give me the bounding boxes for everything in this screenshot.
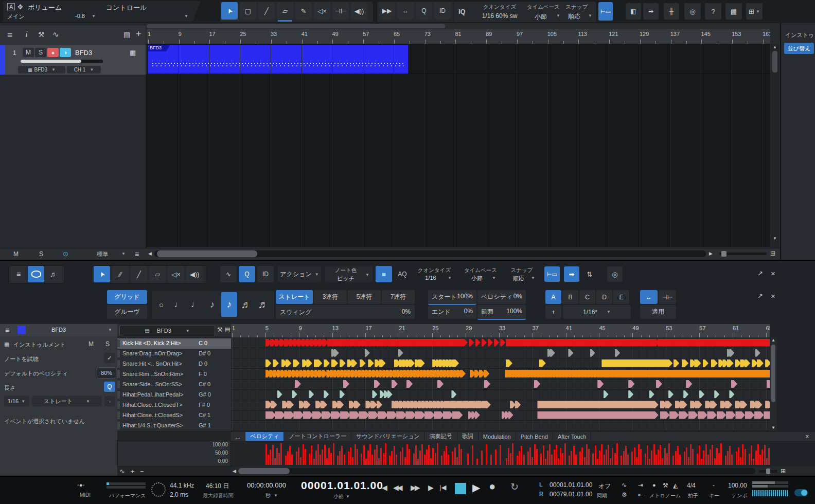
velocity-bar[interactable] xyxy=(604,455,605,465)
dropdown-icon[interactable]: ▼ xyxy=(108,328,112,332)
drum-note-snare-drag[interactable] xyxy=(568,349,573,357)
velocity-lane[interactable] xyxy=(231,441,770,465)
drum-note-snare-rim[interactable] xyxy=(460,370,466,377)
velocity-bar[interactable] xyxy=(435,453,436,465)
midi-event-bfd3[interactable]: BFD3 xyxy=(148,45,409,74)
autoscroll-button[interactable]: ➡ xyxy=(564,266,579,282)
drum-note-hihat-pedal[interactable] xyxy=(729,390,734,398)
time-secondary[interactable]: 00:00:00.000 xyxy=(247,481,286,489)
velocity-bar[interactable] xyxy=(348,452,349,465)
punch-in-icon[interactable]: ⇥ xyxy=(638,481,643,489)
controller-tab-サウンドバリエーション[interactable]: サウンドバリエーション xyxy=(351,432,425,441)
velocity-bar[interactable] xyxy=(601,444,603,465)
velocity-bar[interactable] xyxy=(512,443,513,465)
drum-note-snare-hit[interactable] xyxy=(316,359,322,367)
drum-note-snare-hit[interactable] xyxy=(340,359,345,367)
drum-map-row[interactable]: Snare:Drag..nOn:Drag>D# 0 xyxy=(117,349,231,359)
velocity-bar[interactable] xyxy=(742,444,743,465)
drum-note-snare-drag[interactable] xyxy=(729,349,734,357)
velocity-bar[interactable] xyxy=(647,445,648,465)
drum-note-hihat-pedal[interactable] xyxy=(683,390,688,398)
velocity-bar[interactable] xyxy=(337,456,339,465)
velocity-bar[interactable] xyxy=(317,444,319,465)
note-value-button[interactable]: ♬ xyxy=(255,292,271,317)
editor-ruler[interactable]: 1591317212529333741454953576165 xyxy=(231,324,770,337)
velocity-bar[interactable] xyxy=(757,444,759,465)
editor-expand-icon[interactable]: ↗ xyxy=(757,269,763,277)
velocity-bar[interactable] xyxy=(649,459,650,465)
drum-note-snare-side[interactable] xyxy=(628,380,634,388)
stop-button[interactable] xyxy=(455,483,466,494)
drum-note-snare-hit[interactable] xyxy=(674,359,679,367)
velocity-bar[interactable] xyxy=(276,448,278,465)
velocity-bar[interactable] xyxy=(712,445,713,465)
drum-note-hihat-closed-shank[interactable] xyxy=(754,411,764,419)
drum-note-hihat-closed-shank[interactable] xyxy=(660,411,670,419)
drum-note-snare-hit[interactable] xyxy=(368,359,374,367)
row-handle[interactable] xyxy=(117,401,120,409)
velocity-bar[interactable] xyxy=(413,454,415,465)
velocity-bar[interactable] xyxy=(540,454,542,465)
drum-note-hihat-closed-shank[interactable] xyxy=(475,411,480,419)
editor-zoom-slider[interactable] xyxy=(759,470,777,473)
velocity-bar[interactable] xyxy=(300,457,302,465)
velocity-bar[interactable] xyxy=(415,445,417,465)
velocity-bar[interactable] xyxy=(333,443,334,465)
project-hscrollbar[interactable] xyxy=(154,250,706,257)
drum-map-row[interactable]: Snare:Side.. SnOn:SS>C# 0 xyxy=(117,380,231,390)
velocity-bar[interactable] xyxy=(328,448,330,465)
drum-note-hihat-pedal[interactable] xyxy=(277,390,282,398)
velocity-bar[interactable] xyxy=(523,455,525,465)
drum-note-kick[interactable] xyxy=(469,339,474,347)
velocity-bar[interactable] xyxy=(432,448,434,465)
velocity-bar[interactable] xyxy=(584,457,586,465)
drum-map-row[interactable]: Snare:Rim ..SnOn:Rim>F 0 xyxy=(117,369,231,380)
object-selection-tool[interactable]: ➤ xyxy=(94,266,110,282)
velocity-bar[interactable] xyxy=(365,459,367,465)
length-dot-button[interactable]: · xyxy=(104,396,115,406)
drum-map-select[interactable]: ▤ BFD3 ▼ xyxy=(119,325,215,336)
iq-label[interactable]: IQ xyxy=(458,8,466,15)
prev-marker-button[interactable]: ◀ xyxy=(382,483,387,492)
drum-note-hihat-closed-tip[interactable] xyxy=(271,401,277,408)
velocity-bar[interactable] xyxy=(383,453,384,465)
velocity-bar[interactable] xyxy=(677,446,679,465)
editor-hscrollbar[interactable] xyxy=(238,468,755,474)
note-value-button[interactable]: ♪ xyxy=(204,292,220,317)
velocity-bar[interactable] xyxy=(545,459,546,465)
project-zoom-slider[interactable] xyxy=(719,253,767,255)
velocity-bar[interactable] xyxy=(472,445,473,465)
drum-note-snare-side[interactable] xyxy=(534,380,540,388)
drum-note-hihat-closed-shank[interactable] xyxy=(764,411,770,419)
drum-note-hihat-closed-shank[interactable] xyxy=(679,411,688,419)
drum-note-hihat-pedal[interactable] xyxy=(372,390,377,398)
record-button[interactable]: ● xyxy=(489,480,495,493)
velocity-bar[interactable] xyxy=(571,451,572,465)
range-box[interactable]: 範囲 100% xyxy=(477,305,526,320)
velocity-bar[interactable] xyxy=(341,446,343,465)
velocity-bar[interactable] xyxy=(380,448,382,465)
velocity-bar[interactable] xyxy=(753,459,754,465)
scroll-down-icon[interactable]: ▼ xyxy=(773,236,777,241)
velocity-bar[interactable] xyxy=(303,444,304,465)
drum-note-snare-hit[interactable] xyxy=(409,359,415,367)
swing-box[interactable]: スウィング 0% xyxy=(276,305,415,319)
row-handle[interactable] xyxy=(117,350,120,357)
velocity-bar[interactable] xyxy=(718,453,720,465)
drum-note-grid[interactable] xyxy=(231,337,770,431)
scroll-left-icon[interactable]: ◀ xyxy=(233,469,236,474)
drum-note-hihat-closed-shank[interactable] xyxy=(452,411,463,419)
velocity-bar[interactable] xyxy=(653,444,655,465)
drum-note-hihat-closed-tip[interactable] xyxy=(482,401,491,408)
velocity-bar[interactable] xyxy=(536,449,538,465)
velocity-bar[interactable] xyxy=(421,444,423,465)
controller-close-icon[interactable]: × xyxy=(805,433,809,440)
audition-checkbox[interactable]: ✓ xyxy=(104,353,115,363)
velocity-bar[interactable] xyxy=(454,447,456,465)
drum-note-snare-hit[interactable] xyxy=(379,359,385,367)
preset-button-c[interactable]: C xyxy=(579,290,595,304)
drum-note-hihat-closed-shank[interactable] xyxy=(396,411,406,419)
velocity-bar[interactable] xyxy=(517,456,518,465)
velocity-bar[interactable] xyxy=(506,458,507,465)
scroll-down-icon[interactable]: ▼ xyxy=(771,425,775,430)
